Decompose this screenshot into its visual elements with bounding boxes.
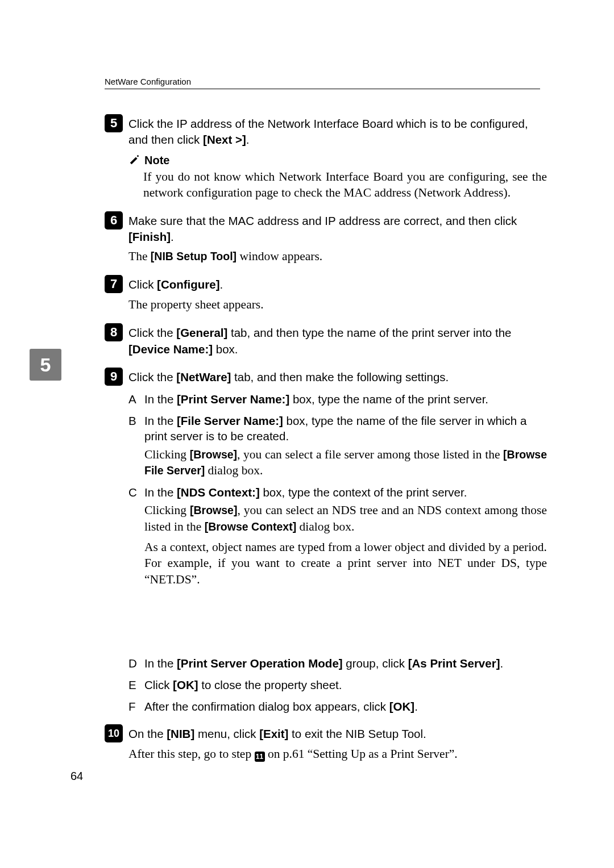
sub-letter: E (128, 677, 144, 693)
step-7: 7 Click [Configure]. (105, 275, 547, 293)
txt: box, type the name of the print server. (289, 393, 488, 406)
txt: After this step, go to step (128, 747, 255, 761)
sub-E: E Click [OK] to close the property sheet… (128, 677, 547, 693)
sub-E-text: Click [OK] to close the property sheet. (144, 677, 342, 693)
txt: In the (144, 393, 177, 406)
step-number-8: 8 (105, 323, 123, 341)
chapter-tab: 5 (30, 349, 61, 381)
note-block: Note If you do not know which Network In… (128, 154, 547, 201)
step-7-continuation: The property sheet appears. (128, 297, 547, 313)
txt: on p.61 “Setting Up as a Print Server”. (265, 747, 458, 761)
sub-A-text: In the [Print Server Name:] box, type th… (144, 391, 488, 407)
txt: Make sure that the MAC address and IP ad… (128, 214, 517, 227)
txt: dialog box. (296, 520, 354, 533)
txt: Click the (128, 326, 176, 339)
txt: In the (144, 486, 177, 499)
txt: . (246, 133, 250, 146)
txt: Click the IP address of the Network Inte… (128, 117, 528, 146)
ui-label: [Browse Context] (205, 520, 296, 533)
txt: window appears. (237, 249, 322, 263)
step-number-6: 6 (105, 211, 123, 229)
sub-letter: C (128, 485, 144, 500)
sub-D: D In the [Print Server Operation Mode] g… (128, 656, 547, 671)
txt: Click (144, 678, 173, 691)
ui-label: [Configure] (157, 278, 219, 291)
txt: group, click (343, 657, 408, 670)
ui-label: [NDS Context:] (177, 486, 260, 499)
running-head: NetWare Configuration (105, 77, 540, 89)
txt: The (128, 249, 151, 263)
txt: . (414, 700, 418, 713)
sub-letter: D (128, 656, 144, 671)
note-heading: Note (128, 154, 547, 167)
ui-label: [OK] (173, 678, 198, 691)
step-number-10: 10 (105, 724, 123, 742)
step-9: 9 Click the [NetWare] tab, and then make… (105, 368, 547, 386)
txt: to close the property sheet. (198, 678, 342, 691)
ui-label: [Finish] (128, 230, 171, 243)
step-number-7: 7 (105, 275, 123, 293)
ui-label: [Next >] (203, 133, 246, 146)
txt: Click the (128, 370, 176, 383)
ui-label: [Exit] (259, 727, 288, 740)
page-number: 64 (70, 770, 83, 783)
step-9-text: Click the [NetWare] tab, and then make t… (128, 368, 449, 385)
txt: Click (128, 278, 157, 291)
txt: tab, and then make the following setting… (231, 370, 449, 383)
ui-label: [Browse] (190, 504, 237, 516)
ui-label: [General] (176, 326, 227, 339)
sub-letter: B (128, 413, 144, 444)
ui-label: [OK] (389, 700, 414, 713)
inline-step-ref: 11 (255, 752, 265, 762)
txt: to exit the NIB Setup Tool. (288, 727, 426, 740)
step-8: 8 Click the [General] tab, and then type… (105, 323, 547, 357)
txt: . (171, 230, 174, 243)
step-7-text: Click [Configure]. (128, 275, 223, 293)
step-5: 5 Click the IP address of the Network In… (105, 114, 547, 148)
sub-B: B In the [File Server Name:] box, type t… (128, 413, 547, 444)
ui-label: [Browse] (190, 448, 237, 461)
step-10-text: On the [NIB] menu, click [Exit] to exit … (128, 724, 426, 742)
txt: In the (144, 657, 177, 670)
step-5-text: Click the IP address of the Network Inte… (128, 114, 547, 148)
note-label: Note (144, 154, 169, 167)
ui-label: [As Print Server] (408, 657, 500, 670)
ui-label: [NIB] (167, 727, 194, 740)
step-number-9: 9 (105, 368, 123, 386)
sub-C: C In the [NDS Context:] box, type the co… (128, 485, 547, 500)
txt: box, type the context of the print serve… (260, 486, 467, 499)
step-9-sublist3: D In the [Print Server Operation Mode] g… (128, 656, 547, 714)
sub-letter: F (128, 699, 144, 715)
chapter-number: 5 (40, 354, 51, 376)
txt: box. (213, 343, 238, 356)
txt: In the (144, 414, 177, 427)
sub-letter: A (128, 391, 144, 407)
txt: On the (128, 727, 167, 740)
ui-label: [Print Server Operation Mode] (177, 657, 343, 670)
txt: Clicking (144, 448, 190, 461)
sub-D-text: In the [Print Server Operation Mode] gro… (144, 656, 503, 671)
ui-label: [NetWare] (176, 370, 231, 383)
pencil-icon (128, 154, 141, 166)
ui-label: [Print Server Name:] (177, 393, 289, 406)
sub-B-note: Clicking [Browse], you can select a file… (144, 446, 547, 479)
sub-C-note2: As a context, object names are typed fro… (144, 539, 547, 587)
txt: tab, and then type the name of the print… (227, 326, 511, 339)
step-6-text: Make sure that the MAC address and IP ad… (128, 211, 547, 245)
txt: . (500, 657, 503, 670)
step-6-continuation: The [NIB Setup Tool] window appears. (128, 248, 547, 265)
sub-C-text: In the [NDS Context:] box, type the cont… (144, 485, 467, 500)
step-9-sublist: A In the [Print Server Name:] box, type … (128, 391, 547, 444)
step-number-5: 5 (105, 114, 123, 132)
txt: menu, click (194, 727, 259, 740)
step-6: 6 Make sure that the MAC address and IP … (105, 211, 547, 245)
ui-label: [NIB Setup Tool] (151, 250, 237, 262)
note-body: If you do not know which Network Interfa… (143, 169, 547, 201)
step-9-sublist2: C In the [NDS Context:] box, type the co… (128, 485, 547, 500)
sub-B-text: In the [File Server Name:] box, type the… (144, 413, 547, 444)
step-10: 10 On the [NIB] menu, click [Exit] to ex… (105, 724, 547, 742)
sub-F: F After the confirmation dialog box appe… (128, 699, 547, 715)
txt: . (220, 278, 223, 291)
sub-F-text: After the confirmation dialog box appear… (144, 699, 418, 715)
sub-A: A In the [Print Server Name:] box, type … (128, 391, 547, 407)
